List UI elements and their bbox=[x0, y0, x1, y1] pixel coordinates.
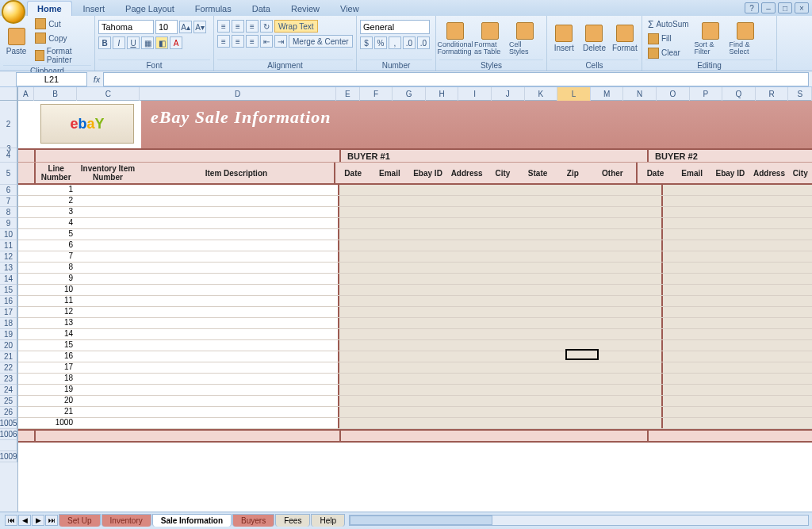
ribbon-tab-home[interactable]: Home bbox=[27, 1, 72, 16]
table-row[interactable]: 12 bbox=[18, 307, 812, 318]
paste-button[interactable]: Paste bbox=[3, 21, 29, 61]
table-row[interactable]: 19 bbox=[18, 385, 812, 396]
row-header[interactable]: 1005 bbox=[0, 418, 17, 429]
row-header[interactable] bbox=[0, 440, 17, 451]
col-header-F[interactable]: F bbox=[360, 87, 393, 101]
ribbon-tab-review[interactable]: Review bbox=[282, 2, 329, 16]
col-header-N[interactable]: N bbox=[623, 87, 657, 101]
row-header[interactable]: 23 bbox=[0, 374, 17, 385]
table-row[interactable]: 9 bbox=[18, 274, 812, 285]
row-header[interactable]: 13 bbox=[0, 263, 17, 274]
col-header-B[interactable]: B bbox=[34, 87, 77, 101]
row-header[interactable]: 11 bbox=[0, 240, 17, 251]
align-top-icon[interactable]: ≡ bbox=[217, 20, 230, 33]
ribbon-tab-data[interactable]: Data bbox=[243, 2, 280, 16]
tab-nav-prev[interactable]: ◀ bbox=[18, 515, 31, 526]
row-header[interactable]: 18 bbox=[0, 318, 17, 329]
fill-button[interactable]: Fill bbox=[645, 33, 691, 45]
row-header[interactable]: 15 bbox=[0, 285, 17, 296]
formula-input[interactable] bbox=[103, 72, 809, 86]
row-header[interactable]: 9 bbox=[0, 218, 17, 229]
data-rows[interactable]: 1234567891011121314151617181920211000 bbox=[18, 185, 812, 429]
col-header-M[interactable]: M bbox=[591, 87, 624, 101]
indent-inc-icon[interactable]: ⇥ bbox=[274, 35, 287, 48]
wrap-text-button[interactable]: Wrap Text bbox=[274, 20, 318, 33]
row-header[interactable]: 1009 bbox=[0, 451, 17, 462]
autosum-button[interactable]: ΣAutoSum bbox=[645, 18, 691, 31]
clear-button[interactable]: Clear bbox=[645, 47, 691, 59]
hscrollbar-thumb[interactable] bbox=[350, 516, 492, 525]
col-header-O[interactable]: O bbox=[657, 87, 690, 101]
tab-nav-next[interactable]: ▶ bbox=[32, 515, 44, 526]
sheet-tab-inventory[interactable]: Inventory bbox=[102, 514, 151, 527]
table-row[interactable]: 15 bbox=[18, 340, 812, 351]
row-header[interactable]: 19 bbox=[0, 329, 17, 340]
font-color-button[interactable]: A bbox=[170, 36, 182, 49]
indent-dec-icon[interactable]: ⇤ bbox=[260, 35, 273, 48]
table-row[interactable]: 16 bbox=[18, 351, 812, 362]
row-header[interactable]: 7 bbox=[0, 196, 17, 207]
table-row[interactable]: 10 bbox=[18, 285, 812, 296]
row-header[interactable]: 8 bbox=[0, 207, 17, 218]
close-icon[interactable]: × bbox=[795, 2, 809, 13]
inc-decimal-icon[interactable]: .0 bbox=[403, 36, 416, 49]
grow-font-icon[interactable]: A▴ bbox=[179, 21, 192, 33]
col-header-C[interactable]: C bbox=[77, 87, 140, 101]
align-right-icon[interactable]: ≡ bbox=[246, 35, 259, 48]
dec-decimal-icon[interactable]: .0 bbox=[417, 36, 430, 49]
row-header[interactable]: 16 bbox=[0, 296, 17, 307]
font-size-select[interactable] bbox=[155, 20, 178, 34]
table-row[interactable]: 11 bbox=[18, 296, 812, 307]
select-all-corner[interactable] bbox=[0, 87, 17, 101]
col-header-Q[interactable]: Q bbox=[722, 87, 756, 101]
fx-icon[interactable]: fx bbox=[90, 73, 103, 86]
table-row[interactable]: 17 bbox=[18, 362, 812, 374]
table-row[interactable]: 21 bbox=[18, 407, 812, 418]
table-row[interactable]: 4 bbox=[18, 218, 812, 229]
row-header[interactable]: 22 bbox=[0, 362, 17, 374]
col-header-E[interactable]: E bbox=[336, 87, 360, 101]
row-header[interactable]: 5 bbox=[0, 163, 17, 185]
border-button[interactable]: ▦ bbox=[141, 36, 154, 49]
table-row[interactable]: 20 bbox=[18, 396, 812, 407]
format-cells-button[interactable]: Format bbox=[611, 19, 638, 59]
underline-button[interactable]: U bbox=[127, 36, 140, 49]
shrink-font-icon[interactable]: A▾ bbox=[193, 21, 206, 33]
col-header-S[interactable]: S bbox=[788, 87, 812, 101]
align-bot-icon[interactable]: ≡ bbox=[246, 20, 259, 33]
col-header-P[interactable]: P bbox=[690, 87, 723, 101]
table-row[interactable]: 1000 bbox=[18, 418, 812, 429]
col-header-J[interactable]: J bbox=[492, 87, 525, 101]
table-row[interactable]: 1 bbox=[18, 185, 812, 196]
row-header[interactable]: 20 bbox=[0, 340, 17, 351]
col-header-G[interactable]: G bbox=[393, 87, 426, 101]
sheet-tab-set-up[interactable]: Set Up bbox=[59, 514, 101, 527]
col-header-R[interactable]: R bbox=[756, 87, 789, 101]
align-left-icon[interactable]: ≡ bbox=[217, 35, 230, 48]
row-header[interactable]: 12 bbox=[0, 251, 17, 263]
horizontal-scrollbar[interactable] bbox=[349, 515, 809, 526]
table-row[interactable]: 2 bbox=[18, 196, 812, 207]
table-row[interactable]: 5 bbox=[18, 229, 812, 240]
row-header[interactable]: 4 bbox=[0, 148, 17, 163]
row-header[interactable]: 1006 bbox=[0, 429, 17, 440]
name-box[interactable]: L21 bbox=[16, 72, 87, 86]
office-button[interactable] bbox=[2, 0, 25, 24]
conditional-formatting-button[interactable]: Conditional Formatting bbox=[439, 19, 471, 59]
row-header[interactable]: 24 bbox=[0, 385, 17, 396]
table-row[interactable]: 3 bbox=[18, 207, 812, 218]
col-header-L[interactable]: L bbox=[557, 87, 591, 101]
table-row[interactable]: 6 bbox=[18, 240, 812, 251]
format-as-table-button[interactable]: Format as Table bbox=[474, 19, 506, 59]
sheet-tab-help[interactable]: Help bbox=[311, 514, 345, 527]
bold-button[interactable]: B bbox=[98, 36, 111, 49]
find-select-button[interactable]: Find & Select bbox=[730, 19, 761, 59]
table-row[interactable]: 13 bbox=[18, 318, 812, 329]
align-center-icon[interactable]: ≡ bbox=[232, 35, 244, 48]
help-icon[interactable]: ? bbox=[745, 2, 759, 13]
format-painter-button[interactable]: Format Painter bbox=[33, 46, 91, 65]
col-header-H[interactable]: H bbox=[426, 87, 459, 101]
ribbon-tab-insert[interactable]: Insert bbox=[74, 2, 115, 16]
insert-cells-button[interactable]: Insert bbox=[550, 19, 577, 59]
ribbon-tab-formulas[interactable]: Formulas bbox=[186, 2, 241, 16]
